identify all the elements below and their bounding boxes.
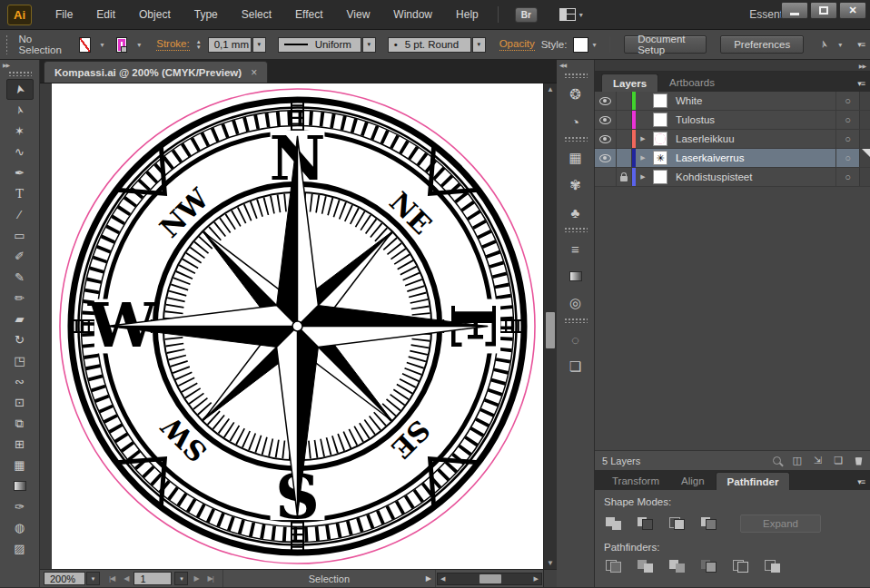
zoom-level-field[interactable]: 200% [44, 572, 85, 585]
divide-icon[interactable] [606, 560, 621, 573]
visibility-toggle[interactable] [595, 111, 617, 129]
make-clipping-mask-icon[interactable]: ◫ [793, 455, 802, 466]
stroke-weight-dropdown[interactable]: ▾ [252, 37, 266, 53]
stroke-color-swatch[interactable] [116, 37, 128, 53]
stroke-weight-field[interactable]: 0,1 mm [208, 37, 252, 53]
free-transform-tool[interactable]: ⊡ [6, 392, 34, 413]
width-profile-dropdown[interactable]: ▾ [362, 37, 376, 53]
unite-icon[interactable] [606, 517, 621, 530]
artboard[interactable]: N S W E NW NE SE SW [52, 83, 543, 569]
lock-toggle[interactable] [617, 130, 632, 148]
layer-thumbnail[interactable] [650, 93, 670, 108]
status-indicator[interactable]: Selection ▶ [222, 570, 436, 587]
rotate-tool[interactable]: ↻ [6, 329, 34, 350]
merge-icon[interactable] [669, 560, 685, 573]
minimize-button[interactable] [781, 2, 808, 19]
zoom-dropdown[interactable]: ▾ [86, 572, 100, 585]
minus-front-icon[interactable] [638, 517, 653, 530]
selection-column[interactable] [859, 168, 870, 186]
brush-definition-dropdown[interactable]: ▾ [472, 37, 486, 53]
preferences-button[interactable]: Preferences [720, 35, 804, 54]
minus-back-icon[interactable] [765, 560, 780, 573]
scroll-right-icon[interactable]: ▶ [531, 575, 541, 583]
scroll-up-icon[interactable]: ▲ [544, 85, 557, 93]
rectangle-tool[interactable]: ▭ [6, 225, 34, 246]
intersect-icon[interactable] [669, 517, 685, 530]
magic-wand-tool[interactable]: ✶ [6, 121, 34, 142]
lock-toggle[interactable] [617, 168, 632, 186]
new-sublayer-icon[interactable]: ⇲ [814, 455, 822, 466]
menu-effect[interactable]: Effect [283, 0, 334, 29]
layer-row-laserleikkuu[interactable]: ▶ Laserleikkuu ○ [595, 130, 870, 149]
layer-name[interactable]: Tulostus [670, 114, 835, 125]
style-swatch[interactable] [573, 37, 588, 53]
menu-view[interactable]: View [335, 0, 382, 29]
close-tab-icon[interactable]: × [251, 66, 257, 79]
layer-row-white[interactable]: White ○ [595, 92, 870, 111]
visibility-toggle[interactable] [595, 130, 617, 148]
gradient-tool[interactable] [6, 475, 34, 496]
graphic-styles-panel-button[interactable]: ❏ [560, 353, 591, 380]
document-tab[interactable]: Kompassi.ai @ 200% (CMYK/Preview) × [44, 61, 268, 83]
menu-window[interactable]: Window [381, 0, 444, 29]
layer-name[interactable]: Kohdistuspisteet [670, 172, 835, 182]
blob-brush-tool[interactable]: ✏ [6, 288, 34, 309]
width-profile-field[interactable]: Uniform [278, 37, 361, 53]
mesh-tool[interactable]: ▦ [6, 455, 34, 475]
menu-select[interactable]: Select [230, 0, 283, 29]
pen-tool[interactable]: ✒ [6, 162, 34, 183]
target-circle-icon[interactable]: ○ [835, 168, 859, 186]
appearance-panel-button[interactable]: ◌ [560, 326, 591, 353]
stroke-panel-button[interactable]: ≡ [560, 235, 591, 262]
selection-column[interactable] [859, 111, 870, 129]
last-artboard-icon[interactable]: ▶| [204, 574, 217, 583]
canvas-viewport[interactable]: N S W E NW NE SE SW [40, 83, 557, 569]
tab-transform[interactable]: Transform [601, 472, 670, 490]
exclude-icon[interactable] [701, 517, 717, 530]
pathfinder-panel-menu-icon[interactable]: ▾≡ [857, 477, 870, 490]
width-tool[interactable]: ∾ [6, 371, 34, 392]
paintbrush-tool[interactable]: ✐ [6, 246, 34, 267]
toolbar-grip[interactable] [8, 71, 32, 76]
menu-type[interactable]: Type [183, 0, 230, 29]
toolbar-collapse-icon[interactable]: ▶▶ [0, 60, 39, 70]
new-layer-icon[interactable]: ❏ [834, 455, 843, 466]
artboard-number-field[interactable]: 1 [133, 572, 172, 585]
eyedropper-tool[interactable]: ✑ [6, 496, 34, 517]
delete-layer-icon[interactable] [855, 456, 863, 466]
document-setup-button[interactable]: Document Setup [624, 35, 707, 54]
collapse-panels-icon[interactable]: ▶▶ [859, 63, 865, 69]
scroll-down-icon[interactable]: ▼ [544, 559, 557, 567]
perspective-grid-tool[interactable]: ⊞ [6, 434, 34, 455]
control-panel-menu-icon[interactable]: ▾≡ [857, 40, 865, 49]
line-segment-tool[interactable]: ∕ [6, 204, 34, 225]
chevron-down-icon[interactable]: ▾ [101, 41, 104, 49]
horizontal-scroll-thumb[interactable] [479, 574, 501, 583]
next-artboard-icon[interactable]: ▶ [190, 574, 202, 583]
lock-toggle[interactable] [617, 92, 632, 110]
crop-icon[interactable] [701, 560, 717, 573]
color-guide-panel-button[interactable]: ◔ [560, 108, 591, 135]
lock-toggle[interactable] [617, 149, 632, 167]
pencil-tool[interactable]: ✎ [6, 267, 34, 288]
select-similar-icon[interactable]: ➢ [819, 38, 828, 51]
dock-grip[interactable] [564, 227, 588, 232]
swatches-panel-button[interactable]: ▦ [560, 144, 591, 172]
layer-row-laserkaiverrus[interactable]: ▶ ✳ Laserkaiverrus ○ [595, 149, 870, 168]
stroke-link[interactable]: Stroke: [156, 38, 189, 51]
gradient-panel-button[interactable] [560, 262, 591, 289]
target-circle-icon[interactable]: ○ [835, 130, 859, 148]
visibility-toggle[interactable] [595, 92, 617, 110]
stroke-weight-stepper[interactable]: ▲ ▼ [196, 39, 202, 50]
layer-name[interactable]: Laserleikkuu [670, 133, 835, 144]
dock-grip[interactable] [564, 136, 588, 142]
dock-grip[interactable] [564, 318, 588, 323]
panel-grip[interactable] [5, 34, 9, 54]
target-circle-icon[interactable]: ○ [835, 92, 859, 110]
outline-icon[interactable] [733, 560, 748, 573]
visibility-toggle[interactable] [595, 149, 617, 167]
vertical-scrollbar[interactable]: ▲ ▼ [543, 83, 557, 569]
visibility-toggle[interactable] [595, 168, 617, 186]
locate-object-icon[interactable] [773, 456, 781, 465]
bridge-button[interactable]: Br [515, 7, 538, 23]
